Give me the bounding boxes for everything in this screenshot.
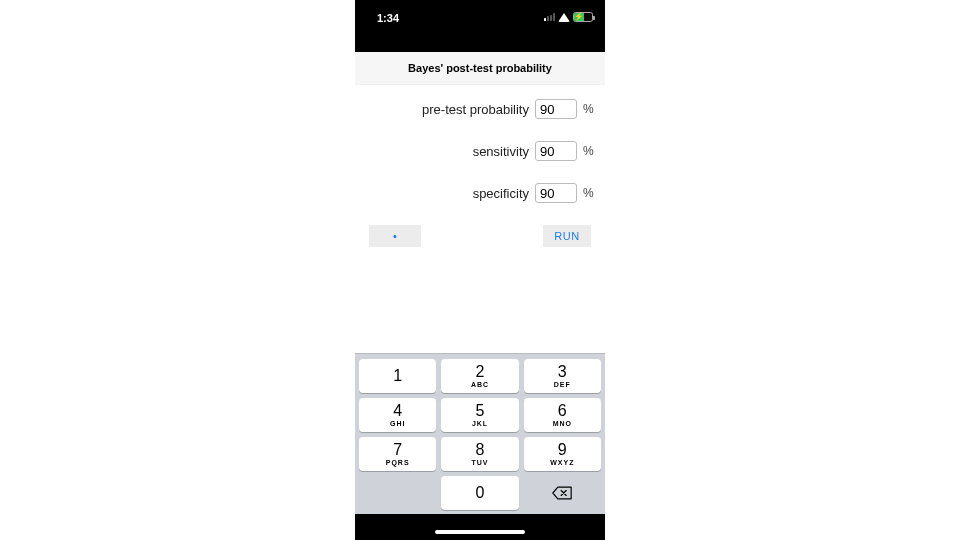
numeric-keypad: 1 2ABC 3DEF 4GHI 5JKL 6MNO 7PQRS 8TUV 9W…: [355, 353, 605, 514]
key-7[interactable]: 7PQRS: [359, 437, 436, 471]
cellular-signal-icon: [544, 13, 555, 21]
page-title: Bayes' post-test probability: [355, 52, 605, 85]
unit-sensitivity: %: [583, 144, 595, 158]
run-button[interactable]: RUN: [543, 225, 591, 247]
status-bar: 1:34 ⚡: [355, 0, 605, 40]
wifi-icon: [558, 13, 570, 22]
phone-frame: 1:34 ⚡ Bayes' post-test probability pre-…: [355, 0, 605, 540]
form-area: pre-test probability % sensitivity % spe…: [355, 85, 605, 255]
status-time: 1:34: [377, 12, 399, 24]
key-2[interactable]: 2ABC: [441, 359, 518, 393]
key-1[interactable]: 1: [359, 359, 436, 393]
home-indicator[interactable]: [435, 530, 525, 534]
key-blank: [359, 476, 436, 510]
key-3[interactable]: 3DEF: [524, 359, 601, 393]
key-5[interactable]: 5JKL: [441, 398, 518, 432]
dot-button[interactable]: •: [369, 225, 421, 247]
input-specificity[interactable]: [535, 183, 577, 203]
label-sensitivity: sensitivity: [365, 144, 529, 159]
key-9[interactable]: 9WXYZ: [524, 437, 601, 471]
row-pretest: pre-test probability %: [365, 99, 595, 119]
row-sensitivity: sensitivity %: [365, 141, 595, 161]
upper-black-band: [355, 40, 605, 52]
button-row: • RUN: [365, 225, 595, 247]
input-sensitivity[interactable]: [535, 141, 577, 161]
spacer: [355, 255, 605, 353]
key-0[interactable]: 0: [441, 476, 518, 510]
label-specificity: specificity: [365, 186, 529, 201]
battery-icon: ⚡: [573, 12, 593, 22]
backspace-icon: [552, 486, 572, 500]
input-pretest[interactable]: [535, 99, 577, 119]
key-6[interactable]: 6MNO: [524, 398, 601, 432]
key-4[interactable]: 4GHI: [359, 398, 436, 432]
label-pretest: pre-test probability: [365, 102, 529, 117]
unit-pretest: %: [583, 102, 595, 116]
unit-specificity: %: [583, 186, 595, 200]
row-specificity: specificity %: [365, 183, 595, 203]
bottom-bar: [355, 514, 605, 540]
key-backspace[interactable]: [524, 476, 601, 510]
key-8[interactable]: 8TUV: [441, 437, 518, 471]
